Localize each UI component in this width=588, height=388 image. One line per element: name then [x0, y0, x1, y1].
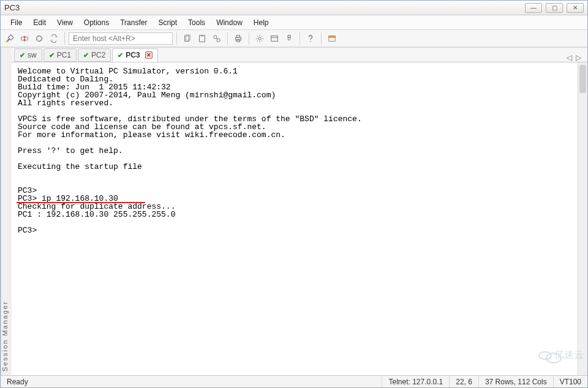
- menu-edit[interactable]: Edit: [28, 17, 51, 29]
- toolbar: [1, 30, 587, 47]
- connect-sftp-icon[interactable]: [47, 32, 61, 45]
- menu-view[interactable]: View: [52, 17, 78, 29]
- status-telnet: Telnet: 127.0.0.1: [382, 376, 450, 387]
- quick-connect-icon[interactable]: [3, 32, 17, 45]
- paste-icon[interactable]: [195, 32, 209, 45]
- keyword-highlight-icon[interactable]: [282, 32, 296, 45]
- status-bar: Ready Telnet: 127.0.0.1 22, 6 37 Rows, 1…: [1, 375, 587, 387]
- status-term: VT100: [554, 376, 587, 387]
- svg-rect-5: [201, 34, 203, 36]
- tab-sw[interactable]: ✔ sw: [14, 48, 42, 62]
- menu-tools[interactable]: Tools: [183, 17, 210, 29]
- command-underline: [17, 202, 145, 203]
- svg-line-8: [216, 38, 217, 39]
- maximize-button[interactable]: ▢: [546, 3, 563, 13]
- tab-pc2[interactable]: ✔ PC2: [78, 48, 111, 62]
- disconnect-icon[interactable]: [18, 32, 31, 45]
- session-manager-tab[interactable]: Session Manager: [1, 48, 12, 375]
- close-tab-icon[interactable]: ✕: [145, 51, 153, 59]
- window-buttons: — ▢ ✕: [525, 3, 584, 13]
- tab-label: PC2: [91, 51, 105, 59]
- settings-icon[interactable]: [253, 32, 266, 45]
- tab-prev-icon[interactable]: ◁: [567, 53, 572, 62]
- minimize-button[interactable]: —: [525, 3, 542, 13]
- toolbar-separator: [300, 32, 300, 45]
- window-title: PC3: [4, 3, 525, 12]
- check-icon: ✔: [49, 51, 55, 59]
- check-icon: ✔: [83, 51, 89, 59]
- body-area: Session Manager ✔ sw ✔ PC1 ✔ PC2 ✔ PC: [1, 47, 587, 375]
- menu-transfer[interactable]: Transfer: [115, 17, 152, 29]
- terminal-container: Welcome to Virtual PC Simulator, version…: [12, 62, 587, 375]
- toolbar-separator: [176, 32, 177, 45]
- copy-icon[interactable]: [181, 32, 194, 45]
- print-icon[interactable]: [232, 32, 245, 45]
- check-icon: ✔: [20, 51, 25, 59]
- menu-window[interactable]: Window: [211, 17, 247, 29]
- tab-pc3[interactable]: ✔ PC3 ✕: [112, 48, 157, 62]
- reconnect-icon[interactable]: [32, 32, 46, 45]
- tab-label: sw: [28, 51, 37, 59]
- menu-help[interactable]: Help: [249, 17, 274, 29]
- session-tab-bar: ✔ sw ✔ PC1 ✔ PC2 ✔ PC3 ✕ ◁ ▷: [12, 48, 587, 62]
- status-ready: Ready: [1, 376, 382, 387]
- menu-options[interactable]: Options: [79, 17, 114, 29]
- svg-rect-13: [271, 35, 278, 41]
- menu-file[interactable]: File: [6, 17, 27, 29]
- content-column: ✔ sw ✔ PC1 ✔ PC2 ✔ PC3 ✕ ◁ ▷: [12, 48, 587, 375]
- new-session-icon[interactable]: [325, 32, 339, 45]
- scrollbar-thumb[interactable]: [579, 65, 586, 93]
- terminal-output[interactable]: Welcome to Virtual PC Simulator, version…: [12, 62, 578, 375]
- toolbar-separator: [321, 32, 322, 45]
- status-cursor: 22, 6: [450, 376, 479, 387]
- svg-rect-18: [329, 35, 336, 37]
- close-button[interactable]: ✕: [567, 3, 584, 13]
- menu-script[interactable]: Script: [153, 17, 182, 29]
- toolbar-separator: [227, 32, 228, 45]
- svg-rect-10: [236, 35, 239, 37]
- svg-point-16: [310, 40, 311, 41]
- toolbar-separator: [249, 32, 249, 45]
- check-icon: ✔: [118, 51, 123, 59]
- tab-next-icon[interactable]: ▷: [576, 53, 581, 62]
- toolbar-separator: [64, 32, 65, 45]
- status-size: 37 Rows, 112 Cols: [479, 376, 554, 387]
- svg-point-12: [258, 37, 261, 39]
- tab-label: PC1: [57, 51, 71, 59]
- host-input[interactable]: [69, 32, 173, 45]
- find-icon[interactable]: [210, 32, 224, 45]
- title-bar: PC3 — ▢ ✕: [1, 1, 587, 15]
- menu-bar: File Edit View Options Transfer Script T…: [1, 15, 587, 30]
- tab-label: PC3: [126, 51, 140, 59]
- vertical-scrollbar[interactable]: [578, 62, 587, 375]
- session-options-icon[interactable]: [268, 32, 281, 45]
- help-icon[interactable]: [304, 32, 317, 45]
- tab-pc1[interactable]: ✔ PC1: [43, 48, 77, 62]
- app-window: PC3 — ▢ ✕ File Edit View Options Transfe…: [0, 0, 588, 388]
- tab-nav-arrows: ◁ ▷: [567, 53, 585, 62]
